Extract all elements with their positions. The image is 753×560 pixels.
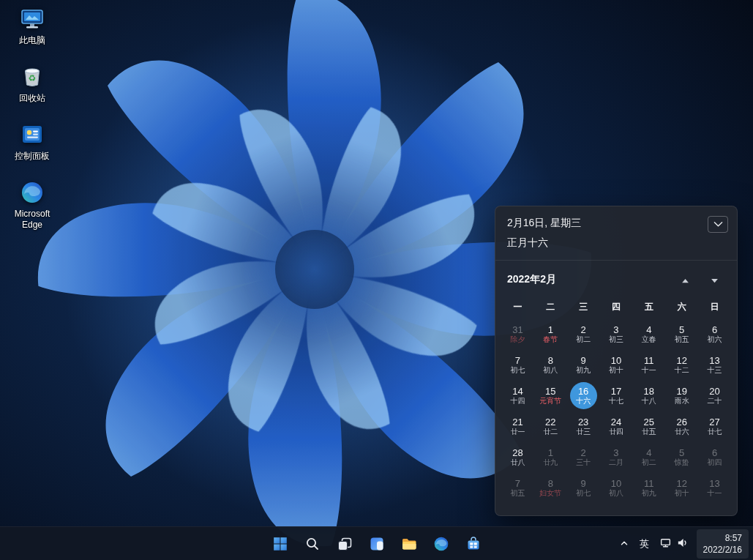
taskbar-start-button[interactable]: [266, 529, 295, 559]
taskbar-widgets-button[interactable]: [362, 529, 392, 559]
day-number: 11: [644, 356, 654, 365]
day-number: 10: [611, 356, 621, 365]
calendar-day[interactable]: 26廿六: [665, 411, 698, 441]
taskbar-task-view-button[interactable]: [330, 529, 359, 559]
calendar-scroll-up-button[interactable]: [674, 270, 696, 289]
calendar-day[interactable]: 19雨水: [665, 380, 698, 411]
calendar-day[interactable]: 20二十: [698, 380, 731, 411]
day-lunar-label: 廿二: [543, 428, 558, 436]
day-lunar-label: 初八: [609, 490, 623, 497]
day-lunar-label: 廿八: [510, 459, 525, 466]
calendar-day[interactable]: 8初八: [534, 349, 567, 380]
calendar-day[interactable]: 4立春: [632, 318, 665, 349]
calendar-day[interactable]: 1春节: [534, 318, 567, 349]
calendar-day[interactable]: 1廿九: [534, 441, 567, 472]
day-lunar-label: 初十: [609, 367, 623, 374]
volume-icon: [676, 537, 689, 551]
calendar-day[interactable]: 16十六: [567, 380, 600, 411]
calendar-collapse-button[interactable]: [708, 216, 728, 233]
calendar-day[interactable]: 24廿四: [600, 411, 633, 441]
day-lunar-label: 初二: [642, 459, 656, 466]
day-lunar-label: 初六: [708, 336, 722, 343]
calendar-day[interactable]: 8妇女节: [534, 472, 567, 503]
calendar-day[interactable]: 31除夕: [501, 318, 534, 349]
day-number: 6: [712, 448, 717, 458]
network-icon: [659, 537, 672, 551]
desktop-icon-microsoft-edge[interactable]: Microsoft Edge: [4, 179, 60, 231]
day-lunar-label: 初十: [675, 490, 689, 497]
calendar-day[interactable]: 7初五: [501, 472, 534, 503]
taskbar-store-button[interactable]: [459, 529, 488, 559]
day-number: 7: [515, 479, 520, 488]
taskbar-file-explorer-button[interactable]: [394, 529, 424, 559]
calendar-day[interactable]: 4初二: [632, 441, 665, 472]
day-number: 23: [578, 417, 588, 427]
clock-button[interactable]: 8:57 2022/2/16: [697, 529, 749, 559]
start-icon: [271, 535, 289, 553]
calendar-day[interactable]: 27廿七: [698, 411, 731, 441]
tray-show-hidden-icons-button[interactable]: [615, 531, 634, 557]
calendar-day[interactable]: 3初三: [600, 318, 633, 349]
chevron-up-icon: [618, 537, 630, 551]
day-lunar-label: 初七: [510, 367, 525, 374]
day-lunar-label: 雨水: [675, 397, 689, 405]
calendar-day[interactable]: 5惊蛰: [665, 441, 698, 472]
calendar-day[interactable]: 28廿八: [501, 441, 534, 472]
calendar-day[interactable]: 10初八: [600, 472, 633, 503]
day-lunar-label: 初五: [510, 490, 525, 497]
calendar-day[interactable]: 22廿二: [534, 411, 567, 441]
day-number: 12: [676, 479, 686, 488]
day-lunar-label: 十八: [642, 397, 656, 405]
edge-icon: [432, 535, 450, 553]
day-lunar-label: 初五: [675, 336, 689, 343]
calendar-day[interactable]: 12十二: [665, 349, 698, 380]
calendar-day[interactable]: 11初九: [632, 472, 665, 503]
calendar-day[interactable]: 2初二: [567, 318, 600, 349]
calendar-day[interactable]: 21廿一: [501, 411, 534, 441]
day-number: 19: [676, 387, 686, 396]
calendar-day[interactable]: 11十一: [632, 349, 665, 380]
calendar-day[interactable]: 10初十: [600, 349, 633, 380]
calendar-day[interactable]: 5初五: [665, 318, 698, 349]
day-lunar-label: 十三: [708, 367, 722, 374]
calendar-day[interactable]: 12初十: [665, 472, 698, 503]
calendar-day[interactable]: 7初七: [501, 349, 534, 380]
widgets-icon: [368, 535, 386, 553]
calendar-day[interactable]: 15元宵节: [534, 380, 567, 411]
day-number: 15: [545, 387, 555, 396]
calendar-day[interactable]: 25廿五: [632, 411, 665, 441]
calendar-scroll-down-button[interactable]: [703, 270, 725, 289]
calendar-day[interactable]: 3二月: [600, 441, 633, 472]
day-number: 3: [613, 325, 618, 335]
day-number: 5: [679, 448, 684, 458]
calendar-day[interactable]: 23廿三: [567, 411, 600, 441]
calendar-day[interactable]: 13十三: [698, 349, 731, 380]
day-number: 25: [644, 417, 654, 427]
tray-network-volume-button[interactable]: [656, 531, 692, 557]
day-number: 24: [611, 417, 621, 427]
desktop-icon-list: 此电脑♻回收站控制面板Microsoft Edge: [4, 6, 60, 231]
day-number: 9: [581, 479, 586, 488]
taskbar-search-button[interactable]: [298, 529, 327, 559]
calendar-day[interactable]: 6初四: [698, 441, 731, 472]
taskbar-edge-button[interactable]: [427, 529, 456, 559]
calendar-day[interactable]: 9初九: [567, 349, 600, 380]
day-number: 1: [548, 448, 553, 458]
day-number: 1: [548, 325, 553, 335]
day-number: 26: [676, 417, 686, 427]
calendar-day[interactable]: 18十八: [632, 380, 665, 411]
calendar-day[interactable]: 14十四: [501, 380, 534, 411]
calendar-month-header: 2022年2月: [495, 261, 737, 294]
desktop-icon-this-pc[interactable]: 此电脑: [4, 6, 60, 46]
calendar-day[interactable]: 2三十: [567, 441, 600, 472]
calendar-day[interactable]: 6初六: [698, 318, 731, 349]
day-number: 21: [512, 417, 522, 427]
calendar-day[interactable]: 9初七: [567, 472, 600, 503]
ime-indicator-button[interactable]: 英: [635, 531, 654, 557]
desktop-icon-recycle-bin[interactable]: ♻回收站: [4, 64, 60, 104]
search-icon: [304, 535, 321, 553]
desktop-icon-control-panel[interactable]: 控制面板: [4, 122, 60, 162]
day-lunar-label: 元宵节: [539, 397, 561, 405]
calendar-day[interactable]: 17十七: [600, 380, 633, 411]
calendar-day[interactable]: 13十一: [698, 472, 731, 503]
